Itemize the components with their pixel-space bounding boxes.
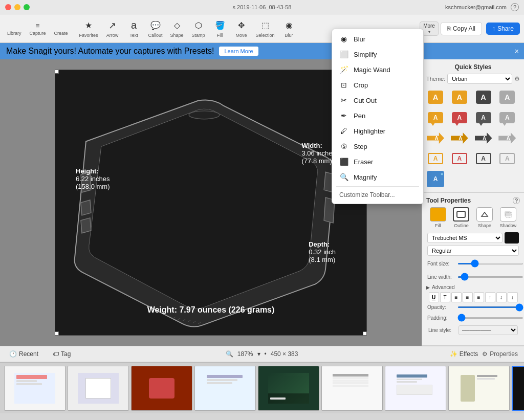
advanced-section[interactable]: ▶ Advanced	[426, 284, 520, 290]
opacity-slider[interactable]	[457, 306, 523, 308]
style-item[interactable]: A	[498, 129, 516, 147]
menu-item-crop[interactable]: ⊡ Crop	[332, 77, 423, 93]
recent-button[interactable]: 🕐 Recent	[6, 349, 41, 359]
tag-button[interactable]: 🏷 Tag	[50, 349, 74, 359]
fill-color-box[interactable]	[430, 207, 446, 222]
create-label[interactable]: Create	[51, 31, 71, 36]
shadow-box[interactable]	[500, 207, 516, 222]
align-bottom-button[interactable]: ↓	[508, 292, 518, 302]
font-family-select[interactable]: Trebuchet MS	[427, 233, 503, 243]
style-item[interactable]: A	[474, 149, 493, 168]
style-item[interactable]: A	[426, 149, 445, 168]
resize-handle-bl[interactable]	[55, 331, 59, 336]
shape-label: Shape	[170, 33, 184, 38]
menu-item-cut-out[interactable]: ✂ Cut Out	[332, 93, 423, 108]
close-button[interactable]	[5, 4, 11, 10]
thumbnail-4[interactable]	[194, 366, 256, 411]
blur-tool[interactable]: ◉ Blur	[280, 18, 298, 39]
font-size-row: Font size: 24 pt	[427, 258, 519, 269]
thumbnail-6[interactable]	[321, 366, 383, 411]
menu-item-pen[interactable]: ✒ Pen	[332, 108, 423, 123]
thumbnail-2[interactable]	[68, 366, 129, 411]
text-format-button[interactable]: T	[440, 292, 450, 302]
style-item[interactable]: A	[498, 88, 516, 106]
callout-tool[interactable]: 💬 Callout	[146, 18, 165, 39]
thumbnail-7[interactable]	[385, 366, 446, 411]
zoom-more-icon[interactable]: ▾	[257, 350, 260, 358]
shape-tool[interactable]: ◇ Shape	[168, 18, 186, 39]
menu-item-highlighter[interactable]: 🖊 Highlighter	[332, 123, 423, 139]
line-width-slider[interactable]	[457, 276, 523, 278]
menu-item-blur[interactable]: ◉ Blur	[332, 31, 423, 47]
thumbnail-9[interactable]	[512, 366, 524, 411]
style-item[interactable]: A	[474, 108, 493, 127]
resize-handle-tl[interactable]	[55, 70, 59, 74]
style-item[interactable]: A	[426, 108, 445, 127]
menu-item-magic-wand[interactable]: 🪄 Magic Wand	[332, 62, 423, 77]
move-tool[interactable]: ✥ Move	[232, 18, 251, 39]
capture-label[interactable]: Capture	[27, 31, 49, 36]
align-right-button[interactable]: ≡	[474, 292, 484, 302]
minimize-button[interactable]	[14, 4, 20, 10]
shape-box[interactable]	[476, 207, 493, 222]
thumbnail-8[interactable]	[448, 366, 510, 411]
thumbnail-5[interactable]	[258, 366, 319, 411]
align-middle-button[interactable]: ↕	[496, 292, 507, 302]
fill-tool[interactable]: 🪣 Fill	[211, 18, 229, 39]
line-style-select[interactable]: ────────	[458, 325, 518, 335]
library-label[interactable]: Library	[4, 31, 25, 36]
shape-prop: Shape	[476, 207, 493, 228]
text-label: Text	[129, 33, 138, 38]
style-item[interactable]: A	[474, 88, 493, 106]
style-item[interactable]: A	[450, 129, 469, 147]
font-size-slider[interactable]	[457, 263, 523, 264]
properties-label: Properties	[490, 350, 518, 358]
align-left-button[interactable]: ≡	[451, 292, 462, 302]
align-center-button[interactable]: ≡	[463, 292, 473, 302]
align-top-button[interactable]: ↑	[485, 292, 495, 302]
style-item[interactable]: A	[498, 149, 516, 168]
style-item[interactable]: A	[426, 88, 445, 106]
style-item[interactable]: A	[474, 129, 493, 147]
resize-handle-br[interactable]	[363, 331, 367, 336]
weight-text: Weight: 7.97 ounces (226 grams)	[147, 305, 275, 314]
style-item[interactable]: A	[450, 88, 469, 106]
gear-icon[interactable]: ⚙	[514, 75, 520, 82]
share-button[interactable]: ↑ Share	[486, 23, 520, 35]
properties-button[interactable]: ⚙ Properties	[482, 350, 518, 358]
learn-more-button[interactable]: Learn More	[219, 47, 258, 56]
fill-label: Fill	[217, 33, 223, 38]
arrow-tool[interactable]: ↗ Arrow	[103, 18, 122, 39]
style-item-special[interactable]: × A	[426, 170, 445, 188]
padding-slider[interactable]	[457, 317, 523, 319]
customize-toolbar-item[interactable]: Customize Toolbar...	[332, 188, 423, 202]
stamp-tool[interactable]: ⬡ Stamp	[189, 18, 208, 39]
favorites-tool[interactable]: ★ Favorites	[77, 18, 100, 39]
pen-label: Pen	[354, 112, 365, 120]
style-item[interactable]: A	[498, 108, 516, 127]
menu-item-eraser[interactable]: ⬛ Eraser	[332, 154, 423, 169]
selection-tool[interactable]: ⬚ Selection	[254, 18, 277, 39]
text-tool[interactable]: a Text	[125, 18, 143, 39]
style-item[interactable]: A	[450, 108, 469, 127]
help-icon[interactable]: ?	[511, 3, 519, 11]
style-item[interactable]: A	[426, 129, 445, 147]
maximize-button[interactable]	[24, 4, 30, 10]
menu-item-step[interactable]: ⑤ Step	[332, 139, 423, 154]
font-color-box[interactable]	[505, 232, 519, 244]
menu-item-simplify[interactable]: ⬜ Simplify	[332, 47, 423, 62]
copy-all-button[interactable]: ⎘ Copy All	[441, 22, 482, 35]
underline-button[interactable]: U	[429, 292, 439, 302]
stamp-label: Stamp	[192, 33, 205, 38]
banner-close-icon[interactable]: ×	[515, 47, 519, 55]
style-item[interactable]: A	[450, 149, 469, 168]
help-icon[interactable]: ?	[513, 197, 520, 204]
font-style-select[interactable]: Regular	[427, 246, 519, 256]
hamburger-icon[interactable]: ≡	[35, 21, 39, 30]
thumbnail-1[interactable]	[4, 366, 66, 411]
effects-button[interactable]: ✨ Effects	[450, 350, 478, 358]
outline-color-box[interactable]	[453, 207, 469, 222]
thumbnail-3[interactable]	[131, 366, 192, 411]
theme-select[interactable]: Urban	[447, 74, 512, 84]
menu-item-magnify[interactable]: 🔍 Magnify	[332, 169, 423, 185]
